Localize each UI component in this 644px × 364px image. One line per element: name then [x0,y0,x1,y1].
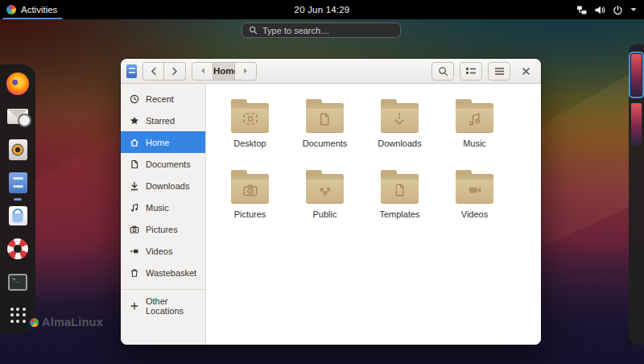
almalinux-logo-icon [6,5,16,14]
sidebar-label: Recent [146,94,174,104]
sidebar-item-wastebasket[interactable]: Wastebasket [121,262,205,283]
sidebar-label: Home [146,138,169,147]
power-icon [613,5,623,15]
caret-down-icon [630,7,637,12]
close-icon [522,67,530,76]
path-scroll-left-button[interactable] [192,62,213,81]
firefox-icon[interactable] [6,72,30,95]
desktop-emblem-icon [242,112,258,126]
files-icon[interactable] [6,171,30,194]
folder-item-public[interactable]: Public [306,164,344,235]
header-bar: Home [121,59,541,84]
folder-name: Music [463,139,486,148]
sidebar-item-music[interactable]: Music [121,196,205,218]
folder-item-templates[interactable]: Templates [379,164,419,235]
sidebar-separator [121,289,205,290]
sidebar-item-downloads[interactable]: Downloads [121,175,205,196]
chevron-left-icon [151,67,157,76]
files-window: Home [121,59,541,345]
folder-icon [231,174,269,204]
folder-item-downloads[interactable]: Downloads [378,93,421,164]
documents-emblem-icon [316,112,333,126]
watermark-text: AlmaLinux [42,316,103,329]
sidebar-item-home[interactable]: Home [121,131,205,153]
forward-button[interactable] [164,62,186,81]
workspace-thumbnail-2[interactable] [631,103,642,145]
dash-dock: >_ [0,64,35,333]
folder-name: Public [313,209,337,219]
software-icon[interactable] [6,205,30,228]
sidebar-item-recent[interactable]: Recent [121,88,205,110]
sidebar-label: Videos [146,246,172,256]
path-bar: Home [192,62,257,81]
close-button[interactable] [516,61,535,81]
search-button[interactable] [431,62,454,81]
folder-icon [306,174,344,204]
folder-name: Templates [379,209,419,219]
magnifier-icon [438,66,448,77]
sidebar-item-videos[interactable]: Videos [121,240,205,262]
folder-grid: Desktop Documents [213,93,541,235]
folder-name: Desktop [233,139,266,148]
workspace-thumbnail-1[interactable] [631,54,642,96]
menu-button[interactable] [488,62,510,81]
folder-name: Documents [303,139,348,148]
folder-name: Pictures [234,209,266,219]
folder-icon [456,103,493,133]
sidebar-label: Music [146,203,169,213]
folder-item-music[interactable]: Music [456,93,493,164]
network-wired-icon [576,5,587,15]
sidebar-label: Documents [146,159,191,169]
templates-emblem-icon [391,183,408,197]
folder-name: Downloads [378,139,421,148]
sidebar-label: Downloads [146,181,189,191]
terminal-icon[interactable]: >_ [6,271,30,294]
folder-item-videos[interactable]: Videos [456,164,493,235]
back-button[interactable] [142,62,164,81]
files-app-icon [126,64,137,78]
home-icon [130,138,139,147]
file-browser-content: Desktop Documents [206,84,541,345]
activities-button[interactable]: Activities [0,0,65,19]
folder-icon [231,103,269,133]
path-home-button[interactable]: Home [213,62,235,81]
plus-icon [130,301,139,311]
view-toggle-button[interactable] [460,62,482,81]
almalinux-watermark: AlmaLinux [30,316,103,329]
search-placeholder: Type to search… [262,26,329,35]
folder-item-documents[interactable]: Documents [303,93,348,164]
app-grid-icon[interactable] [6,304,30,327]
sidebar-item-documents[interactable]: Documents [121,153,205,175]
document-icon [130,159,139,169]
evolution-mail-icon[interactable] [6,105,30,128]
sidebar-label: Starred [146,116,175,126]
activities-label: Activities [21,5,57,14]
history-nav [142,62,186,81]
sidebar-label: Wastebasket [146,268,196,278]
places-sidebar: Recent Starred Home Documents [121,84,206,345]
system-tray[interactable] [576,0,644,19]
list-view-icon [465,66,477,76]
sidebar-item-other-locations[interactable]: Other Locations [121,295,205,316]
clock[interactable]: 20 Jun 14:29 [295,5,350,14]
rhythmbox-icon[interactable] [6,138,30,161]
folder-icon [456,174,493,204]
help-icon[interactable] [6,238,30,261]
window-body: Recent Starred Home Documents [121,84,541,345]
sidebar-item-starred[interactable]: Starred [121,110,205,131]
videos-emblem-icon [466,183,483,197]
star-icon [130,116,139,126]
path-scroll-right-button[interactable] [235,62,257,81]
chevron-right-icon [171,67,178,76]
folder-item-pictures[interactable]: Pictures [231,164,269,235]
music-emblem-icon [466,112,483,126]
search-input[interactable]: Type to search… [242,23,401,38]
public-emblem-icon [316,183,333,197]
sidebar-label: Other Locations [146,296,196,316]
sidebar-item-pictures[interactable]: Pictures [121,218,205,240]
triangle-left-icon [200,68,205,74]
folder-name: Videos [461,209,488,219]
search-icon [249,26,258,35]
folder-item-desktop[interactable]: Desktop [231,93,269,164]
desktop-screen: Activities 20 Jun 14:29 [0,0,644,364]
